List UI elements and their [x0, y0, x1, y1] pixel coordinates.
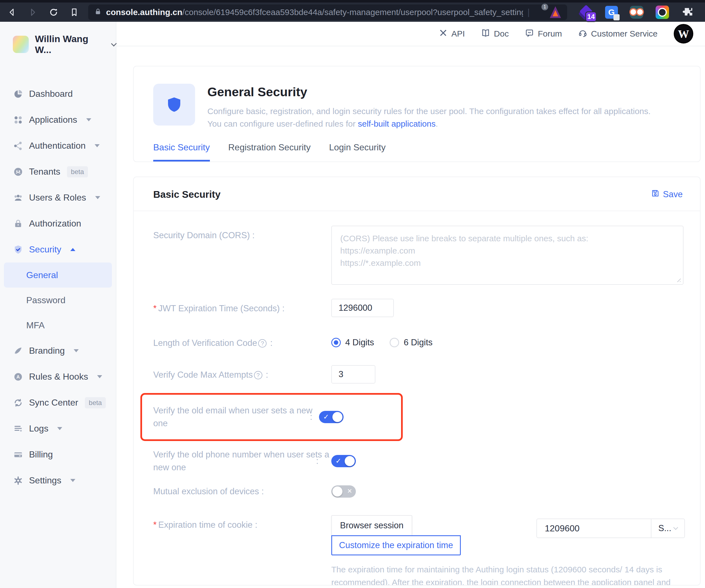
sidebar-item-sync-center[interactable]: Sync Center beta — [0, 390, 116, 415]
sidebar-item-tenants[interactable]: Tenants beta — [0, 159, 116, 185]
circle-a-icon: A — [13, 372, 23, 382]
chevron-down-icon — [673, 525, 678, 530]
sidebar-item-branding[interactable]: Branding — [0, 338, 116, 364]
jwt-expiration-input[interactable] — [331, 299, 394, 317]
api-link[interactable]: API — [439, 29, 465, 39]
radio-4-digits[interactable]: 4 Digits — [331, 338, 374, 348]
cookie-seconds-group: S... — [536, 519, 685, 538]
shield-check-icon — [13, 244, 23, 255]
resize-handle[interactable] — [676, 277, 681, 282]
userpool-switcher[interactable]: Willin Wang W... — [0, 34, 116, 55]
tab-registration-security[interactable]: Registration Security — [228, 142, 311, 161]
code-length-label: Length of Verification Code? : — [153, 333, 331, 349]
panel-title: Basic Security — [153, 189, 221, 200]
sidebar-item-label: Billing — [29, 449, 53, 460]
cookie-seconds-input[interactable] — [536, 519, 651, 538]
forum-link[interactable]: Forum — [525, 29, 562, 39]
url-bar[interactable]: console.authing.cn/console/619459c6f3fce… — [88, 4, 567, 20]
sidebar-item-label: Rules & Hooks — [29, 372, 88, 382]
reload-icon[interactable] — [49, 7, 59, 17]
sidebar-item-label: MFA — [26, 320, 45, 331]
sidebar-item-label: Settings — [29, 475, 61, 486]
save-icon — [651, 189, 659, 200]
self-built-applications-link[interactable]: self-built applications — [358, 119, 435, 128]
sidebar-item-logs[interactable]: Logs — [0, 415, 116, 442]
extension-count-badge: 14 — [585, 11, 597, 22]
check-icon: ✓ — [323, 413, 329, 421]
api-label: API — [451, 29, 465, 39]
caret-down-icon — [86, 118, 91, 121]
sidebar-item-authorization[interactable]: Authorization — [0, 210, 116, 237]
translate-glyph: G — [608, 7, 615, 17]
verify-email-toggle[interactable]: ✓ — [319, 411, 343, 423]
tab-basic-security[interactable]: Basic Security — [153, 142, 210, 161]
beta-badge: beta — [85, 397, 106, 408]
userpool-name: Willin Wang W... — [35, 34, 102, 55]
toggle-knob — [332, 486, 342, 496]
translate-icon[interactable]: G — [605, 6, 618, 19]
sidebar-item-authentication[interactable]: Authentication — [0, 133, 116, 159]
tab-login-security[interactable]: Login Security — [329, 142, 386, 161]
user-avatar[interactable]: W — [674, 24, 693, 44]
sidebar-item-label: General — [26, 270, 58, 280]
cookie-expiration-label: *Expiration time of cookie : — [153, 515, 331, 586]
sidebar-item-applications[interactable]: Applications — [0, 107, 116, 133]
verify-phone-toggle[interactable]: ✓ — [331, 455, 356, 467]
extension-stack-icon[interactable]: 14 — [579, 5, 593, 19]
brave-shields-icon[interactable]: 1 — [534, 6, 545, 19]
sidebar-item-settings[interactable]: Settings — [0, 468, 116, 493]
radio-label: 6 Digits — [404, 338, 432, 348]
sidebar-item-label: Tenants — [29, 166, 60, 177]
verify-email-label: Verify the old email when user sets a ne… — [153, 404, 319, 430]
forward-icon[interactable] — [28, 7, 37, 17]
sidebar-item-label: Applications — [29, 115, 77, 125]
cookie-unit-select[interactable]: S... — [651, 519, 685, 538]
sidebar-item-label: Dashboard — [29, 89, 73, 99]
description-line1: Configure basic, registration, and login… — [207, 106, 651, 116]
cors-textarea[interactable]: (CORS) Please use line breaks to separat… — [331, 226, 684, 285]
save-button[interactable]: Save — [651, 189, 683, 200]
back-icon[interactable] — [7, 7, 17, 17]
cookie-unit-value: S... — [658, 523, 671, 533]
doc-link[interactable]: Doc — [481, 29, 509, 39]
sidebar-item-security-password[interactable]: Password — [4, 288, 112, 313]
caret-down-icon — [95, 144, 100, 147]
app-header: API Doc Forum Customer Service W — [116, 22, 705, 46]
applications-icon — [13, 115, 23, 125]
sidebar-item-billing[interactable]: Billing — [0, 442, 116, 468]
required-asterisk: * — [153, 303, 156, 313]
jwt-label: *JWT Expiration Time (Seconds) : — [153, 299, 331, 317]
sidebar-item-label: Logs — [29, 424, 48, 434]
gear-icon — [13, 475, 23, 486]
beta-badge: beta — [67, 166, 88, 178]
customer-service-link[interactable]: Customer Service — [578, 29, 658, 39]
logs-icon — [13, 424, 23, 434]
sidebar-item-security-general[interactable]: General — [4, 262, 112, 288]
bookmark-icon[interactable] — [70, 7, 79, 17]
help-icon[interactable]: ? — [258, 339, 267, 348]
shield-icon — [166, 96, 183, 113]
adblock-triangle-icon[interactable] — [550, 6, 561, 18]
browser-session-button[interactable]: Browser session — [331, 515, 412, 536]
sidebar-item-dashboard[interactable]: Dashboard — [0, 81, 116, 107]
sidebar-item-security-mfa[interactable]: MFA — [4, 313, 112, 338]
mutual-exclusion-toggle[interactable]: ✕ — [331, 485, 356, 498]
cross-icon: ✕ — [347, 488, 352, 495]
toggle-knob — [332, 412, 342, 422]
radio-6-digits[interactable]: 6 Digits — [390, 338, 432, 348]
sidebar-item-security[interactable]: Security — [0, 237, 116, 262]
chevron-down-icon — [111, 41, 117, 47]
label-colon: : — [316, 455, 319, 468]
sidebar-item-rules-hooks[interactable]: A Rules & Hooks — [0, 364, 116, 390]
check-icon: ✓ — [335, 457, 341, 465]
security-tabs: Basic Security Registration Security Log… — [153, 142, 700, 161]
chat-icon — [525, 29, 534, 39]
sidebar-item-label: Sync Center — [29, 397, 78, 408]
max-attempts-input[interactable] — [331, 365, 375, 384]
goggles-bot-icon[interactable] — [630, 5, 644, 19]
camera-icon[interactable] — [655, 5, 669, 19]
help-icon[interactable]: ? — [254, 371, 262, 379]
puzzle-extensions-icon[interactable] — [681, 5, 695, 19]
sidebar-item-users-roles[interactable]: Users & Roles — [0, 185, 116, 210]
customize-expiration-button[interactable]: Customize the expiration time — [331, 535, 461, 555]
